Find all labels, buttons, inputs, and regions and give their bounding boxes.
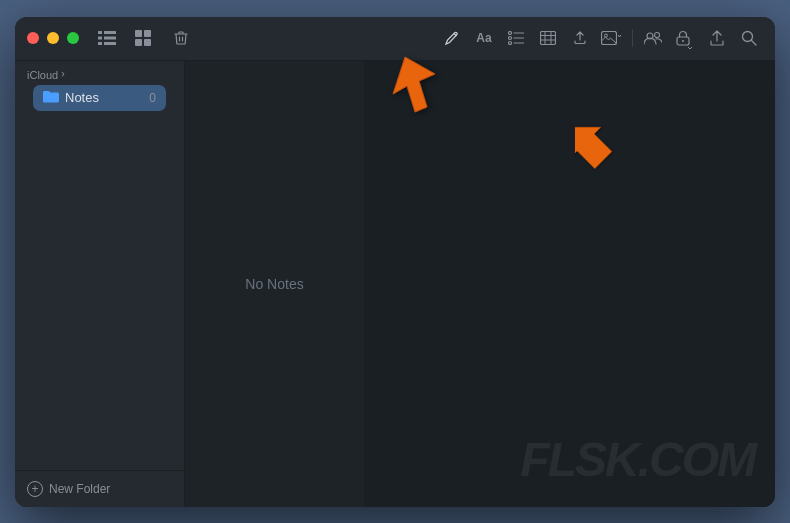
toolbar-actions: Aa — [438, 24, 763, 52]
svg-point-24 — [605, 34, 608, 37]
svg-point-14 — [509, 37, 512, 40]
new-folder-label: New Folder — [49, 482, 110, 496]
notes-list-panel: No Notes — [185, 61, 365, 507]
delete-button[interactable] — [167, 24, 195, 52]
svg-rect-0 — [98, 31, 102, 34]
sidebar-header: iCloud ‹ Notes 0 — [15, 61, 184, 117]
new-note-button[interactable] — [438, 24, 466, 52]
maximize-button[interactable] — [67, 32, 79, 44]
icloud-text: iCloud — [27, 69, 58, 81]
watermark: FLSK.COM — [520, 432, 755, 487]
minimize-button[interactable] — [47, 32, 59, 44]
sidebar-item-count: 0 — [149, 91, 156, 105]
svg-marker-31 — [575, 112, 618, 175]
svg-rect-5 — [104, 42, 116, 45]
svg-point-28 — [682, 40, 684, 42]
main-content: iCloud ‹ Notes 0 + New Folder — [15, 61, 775, 507]
svg-point-12 — [509, 32, 512, 35]
svg-rect-1 — [104, 31, 116, 34]
svg-point-16 — [509, 42, 512, 45]
icloud-label[interactable]: iCloud ‹ — [27, 69, 172, 81]
view-controls — [95, 26, 155, 50]
lock-button[interactable] — [671, 24, 699, 52]
svg-rect-4 — [98, 42, 102, 45]
search-button[interactable] — [735, 24, 763, 52]
svg-rect-9 — [144, 39, 151, 46]
checklist-button[interactable] — [502, 24, 530, 52]
list-view-button[interactable] — [95, 26, 119, 50]
svg-line-30 — [752, 41, 757, 46]
svg-rect-7 — [144, 30, 151, 37]
titlebar: Aa — [15, 17, 775, 61]
editor-panel[interactable]: FLSK.COM — [365, 61, 775, 507]
share-button[interactable] — [703, 24, 731, 52]
toolbar-separator — [632, 29, 633, 47]
table-button[interactable] — [534, 24, 562, 52]
app-window: Aa — [15, 17, 775, 507]
svg-rect-3 — [104, 37, 116, 40]
traffic-lights — [27, 32, 79, 44]
new-folder-icon: + — [27, 481, 43, 497]
svg-rect-6 — [135, 30, 142, 37]
svg-rect-8 — [135, 39, 142, 46]
media-button[interactable] — [598, 24, 626, 52]
grid-view-button[interactable] — [131, 26, 155, 50]
attachment-button[interactable] — [566, 24, 594, 52]
folder-icon — [43, 90, 59, 106]
icloud-chevron: ‹ — [61, 69, 65, 81]
close-button[interactable] — [27, 32, 39, 44]
svg-point-26 — [655, 33, 660, 38]
collaborate-button[interactable] — [639, 24, 667, 52]
sidebar-item-notes[interactable]: Notes 0 — [33, 85, 166, 111]
format-button[interactable]: Aa — [470, 24, 498, 52]
sidebar-item-label: Notes — [65, 90, 149, 105]
svg-rect-18 — [541, 32, 556, 45]
sidebar: iCloud ‹ Notes 0 + New Folder — [15, 61, 185, 507]
svg-point-29 — [743, 32, 753, 42]
no-notes-text: No Notes — [245, 276, 303, 292]
sidebar-footer: + New Folder — [15, 470, 184, 507]
new-folder-button[interactable]: + New Folder — [27, 481, 172, 497]
svg-rect-2 — [98, 37, 102, 40]
